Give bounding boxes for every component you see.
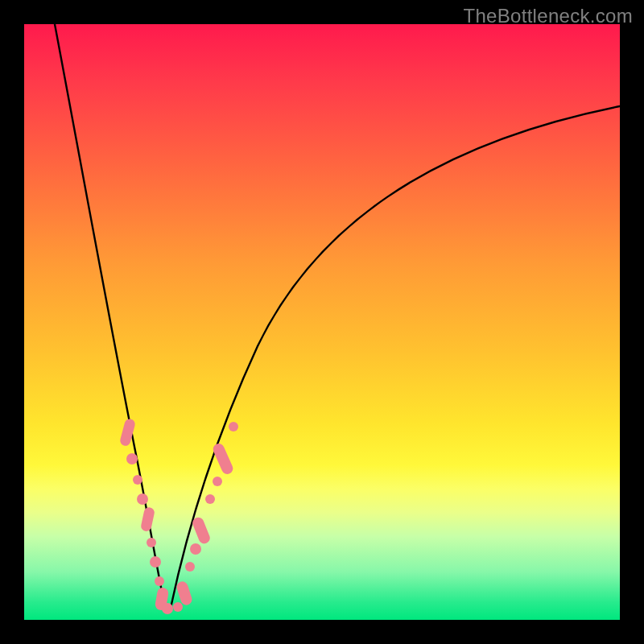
svg-point-6 bbox=[150, 556, 161, 568]
chart-frame: TheBottleneck.com bbox=[0, 0, 644, 644]
svg-rect-14 bbox=[191, 516, 212, 546]
svg-point-2 bbox=[133, 475, 142, 485]
svg-point-7 bbox=[155, 576, 164, 586]
svg-point-10 bbox=[173, 602, 183, 612]
svg-point-18 bbox=[229, 422, 238, 431]
curve-right-branch bbox=[171, 106, 620, 608]
plot-area bbox=[24, 24, 620, 620]
svg-point-13 bbox=[190, 543, 201, 555]
svg-point-3 bbox=[137, 493, 148, 505]
svg-rect-17 bbox=[211, 442, 234, 476]
svg-rect-4 bbox=[140, 506, 155, 532]
svg-point-1 bbox=[126, 453, 138, 464]
svg-point-16 bbox=[213, 477, 222, 486]
bead-markers bbox=[119, 418, 238, 614]
svg-point-9 bbox=[162, 603, 173, 614]
svg-point-15 bbox=[205, 494, 215, 504]
curve-layer bbox=[24, 24, 620, 620]
svg-point-12 bbox=[185, 562, 195, 572]
svg-point-5 bbox=[147, 538, 156, 547]
